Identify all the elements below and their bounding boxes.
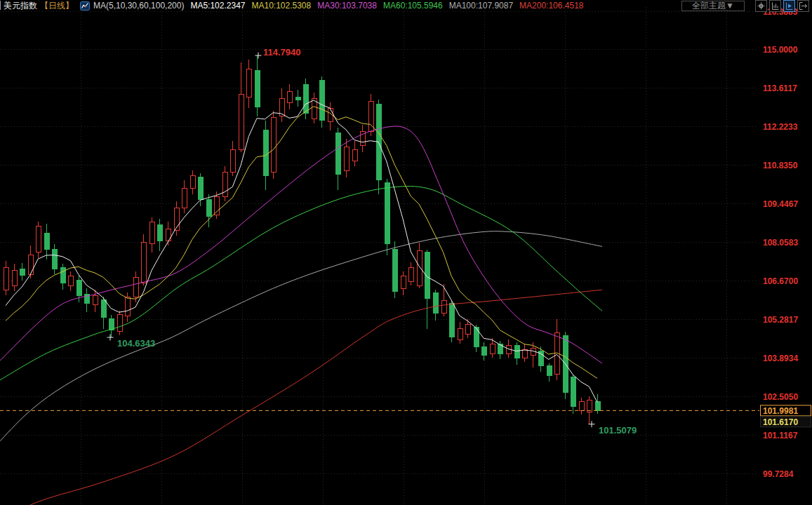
pop-out-icon[interactable] — [797, 0, 809, 12]
candle — [239, 62, 244, 153]
candle — [344, 139, 349, 177]
candle — [182, 180, 187, 213]
candle — [328, 102, 333, 130]
y-axis-label: 102.5050 — [763, 392, 798, 402]
candle — [433, 290, 438, 321]
candle — [279, 88, 284, 121]
candle — [230, 141, 235, 175]
candle — [514, 342, 519, 365]
candle — [190, 170, 195, 194]
y-axis-label: 115.0000 — [763, 45, 798, 55]
candle — [481, 342, 486, 361]
symbol-name: 美元指数 — [4, 1, 37, 11]
annotation-text: 101.5079 — [599, 425, 637, 436]
candle — [360, 125, 365, 153]
period-label: 【日线】 — [40, 1, 74, 11]
candle — [441, 284, 446, 316]
cross-marker — [255, 53, 262, 59]
ma5-value: MA5:102.2347 — [190, 1, 245, 11]
candle — [392, 241, 397, 298]
candle — [425, 250, 430, 329]
chart-frame-icon[interactable] — [769, 0, 781, 12]
y-axis-label: 101.1167 — [763, 431, 798, 440]
y-axis-label: 113.6117 — [763, 83, 797, 93]
ma60-value: MA60:105.5946 — [383, 1, 443, 11]
candles — [4, 55, 600, 424]
candle — [246, 60, 251, 108]
ma30-value: MA30:103.7038 — [317, 1, 377, 11]
ma-group-label: MA(5,10,30,60,100,200) — [93, 1, 184, 11]
candle — [547, 363, 552, 382]
candle — [385, 179, 390, 255]
candle — [287, 84, 292, 109]
last-price-label: 101.9981 — [763, 406, 798, 416]
candle — [117, 311, 122, 336]
ma200-line — [0, 290, 602, 505]
candle — [408, 262, 413, 286]
candle — [312, 93, 317, 123]
candle — [449, 301, 454, 342]
candle — [255, 55, 260, 116]
candle — [417, 243, 422, 288]
annotation-text: 114.7940 — [263, 47, 301, 58]
grid-lines — [0, 7, 758, 505]
chart-canvas[interactable]: 116.3883115.0000113.6117112.2233110.8350… — [0, 0, 812, 505]
candle — [20, 263, 25, 281]
chart-play-icon[interactable] — [783, 0, 795, 12]
price-annotation: 104.6343 — [107, 335, 156, 349]
candle — [44, 224, 49, 259]
y-axis-label: 99.7284 — [763, 469, 794, 479]
y-axis-label: 108.0583 — [763, 238, 798, 248]
candle — [206, 194, 211, 227]
candle — [554, 319, 559, 380]
candle — [458, 322, 462, 344]
candle — [401, 271, 406, 295]
candle — [4, 261, 8, 295]
candle — [352, 141, 357, 166]
chart-header: 美元指数 【日线】 MA(5,10,30,60,100,200) MA5:102… — [0, 0, 812, 11]
y-axis-label: 103.8934 — [763, 354, 798, 363]
candle — [465, 319, 470, 339]
theme-selector-dropdown[interactable]: 全部主题▼ — [681, 1, 745, 11]
mini-chart-icon[interactable] — [80, 1, 90, 11]
candle — [141, 234, 146, 285]
candle — [52, 244, 57, 275]
candle — [571, 375, 575, 415]
candle — [319, 76, 324, 128]
close-price-label: 101.6170 — [763, 417, 798, 427]
ma200-value: MA200:106.4518 — [519, 1, 583, 11]
y-axis-label: 105.2817 — [763, 315, 798, 325]
y-axis-label: 110.8350 — [763, 161, 798, 170]
candle — [368, 94, 373, 135]
price-annotation: 101.5079 — [589, 421, 637, 436]
cross-marker — [107, 335, 114, 341]
chart-window: 116.3883115.0000113.6117112.2233110.8350… — [0, 0, 812, 505]
price-annotation: 114.7940 — [255, 47, 301, 59]
candle — [222, 166, 227, 201]
candle — [522, 344, 527, 362]
candle — [109, 315, 114, 337]
candle — [84, 288, 89, 312]
ma10-value: MA10:102.5308 — [251, 1, 311, 11]
ma60-line — [0, 187, 602, 380]
crosshair-icon[interactable] — [755, 0, 767, 12]
candle — [271, 111, 276, 179]
y-axis-label: 112.2233 — [763, 122, 798, 132]
candle — [295, 90, 300, 107]
candle — [93, 290, 98, 312]
candle — [579, 398, 584, 415]
chart-toolbar — [755, 0, 809, 12]
ma100-value: MA100:107.9087 — [449, 1, 513, 11]
candle — [149, 217, 154, 252]
annotation-text: 104.6343 — [117, 338, 155, 349]
candle — [335, 128, 340, 190]
candle — [101, 297, 106, 329]
candle — [563, 332, 568, 400]
y-axis-label: 109.4467 — [763, 199, 798, 209]
ma30-line — [0, 126, 602, 363]
y-axis-label: 106.6700 — [763, 276, 798, 286]
candle — [68, 271, 73, 291]
candle — [36, 222, 41, 257]
candle — [60, 264, 65, 290]
candle — [12, 264, 17, 292]
